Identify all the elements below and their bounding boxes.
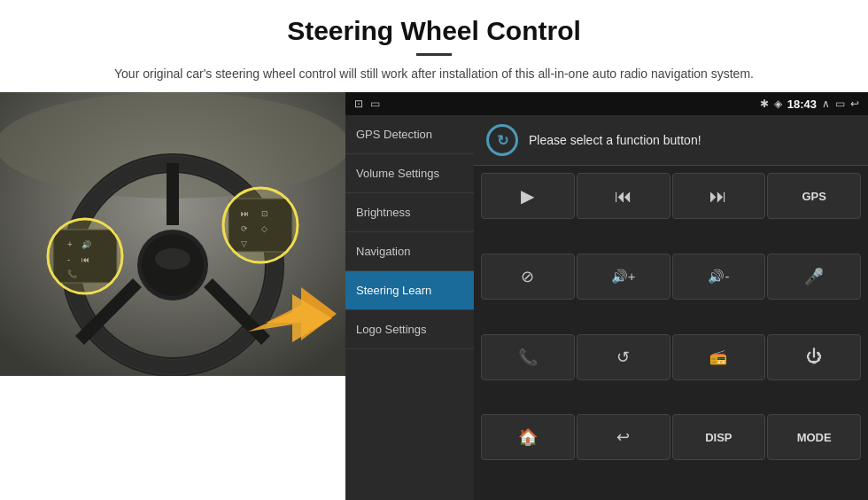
hu-main-content: GPS Detection Volume Settings Brightness… [345, 115, 868, 500]
fn-btn-skip-forward[interactable]: ⏭ [672, 173, 766, 219]
sidebar-item-volume-settings[interactable]: Volume Settings [345, 154, 474, 193]
fn-btn-vol-down[interactable]: 🔊- [672, 254, 766, 300]
fn-btn-back[interactable]: ↩ [577, 414, 670, 460]
fn-btn-mic[interactable]: 🎤 [767, 254, 861, 300]
sidebar-item-logo-settings[interactable]: Logo Settings [345, 310, 474, 349]
svg-point-24 [223, 188, 298, 262]
sidebar-menu: GPS Detection Volume Settings Brightness… [345, 115, 474, 500]
fn-btn-play[interactable]: ▶ [481, 173, 575, 219]
status-right: ✱ ◈ 18:43 ∧ ▭ ↩ [760, 98, 859, 111]
fn-btn-gps[interactable]: GPS [767, 173, 861, 219]
fn-btn-phone[interactable]: 📞 [481, 334, 575, 380]
sidebar-item-navigation[interactable]: Navigation [345, 232, 474, 271]
status-time: 18:43 [787, 98, 817, 111]
fn-btn-radio[interactable]: 📻 [672, 334, 766, 380]
fn-btn-mode[interactable]: MODE [767, 414, 861, 460]
back-nav-icon: ↩ [850, 98, 859, 110]
svg-point-23 [48, 219, 122, 293]
sidebar-item-steering-learn[interactable]: Steering Learn [345, 271, 474, 310]
refresh-icon[interactable]: ↻ [486, 124, 518, 156]
fn-btn-vol-up[interactable]: 🔊+ [577, 254, 670, 300]
home-status-icon: ⊡ [354, 98, 363, 110]
fn-btn-disp[interactable]: DISP [672, 414, 766, 460]
fn-btn-power[interactable]: ⏻ [767, 334, 861, 380]
sidebar-item-gps-detection[interactable]: GPS Detection [345, 115, 474, 154]
fn-btn-home[interactable]: 🏠 [481, 414, 575, 460]
page-title: Steering Wheel Control [114, 16, 754, 46]
page-description: Your original car's steering wheel contr… [114, 65, 754, 83]
svg-point-10 [155, 248, 190, 270]
function-grid: ▶ ⏮ ⏭ GPS ⊘ [474, 166, 868, 500]
expand-icon: ∧ [822, 98, 830, 110]
sidebar-item-brightness[interactable]: Brightness [345, 193, 474, 232]
app-status-icon: ▭ [370, 98, 380, 110]
battery-icon: ▭ [835, 98, 845, 110]
fn-btn-skip-back[interactable]: ⏮ [577, 173, 670, 219]
status-left: ⊡ ▭ [354, 98, 380, 110]
bluetooth-icon: ✱ [760, 98, 769, 110]
fn-btn-rotate[interactable]: ↺ [577, 334, 670, 380]
fn-btn-mute[interactable]: ⊘ [481, 254, 575, 300]
function-header-text: Please select a function button! [529, 133, 701, 147]
page-header: Steering Wheel Control Your original car… [61, 0, 807, 92]
function-panel: ↻ Please select a function button! ▶ ⏮ [474, 115, 868, 500]
wifi-icon: ◈ [774, 98, 782, 110]
function-panel-header: ↻ Please select a function button! [474, 115, 868, 166]
content-area: + 🔊 - ⏮ 📞 ⏭ ⊡ ⟳ ◇ ▽ [0, 92, 868, 500]
head-unit: ⊡ ▭ ✱ ◈ 18:43 ∧ ▭ ↩ GPS Detection [345, 92, 868, 500]
steering-wheel-image: + 🔊 - ⏮ 📞 ⏭ ⊡ ⟳ ◇ ▽ [0, 92, 345, 376]
status-bar: ⊡ ▭ ✱ ◈ 18:43 ∧ ▭ ↩ [345, 92, 868, 115]
page: Steering Wheel Control Your original car… [0, 0, 868, 500]
header-divider [416, 53, 452, 56]
